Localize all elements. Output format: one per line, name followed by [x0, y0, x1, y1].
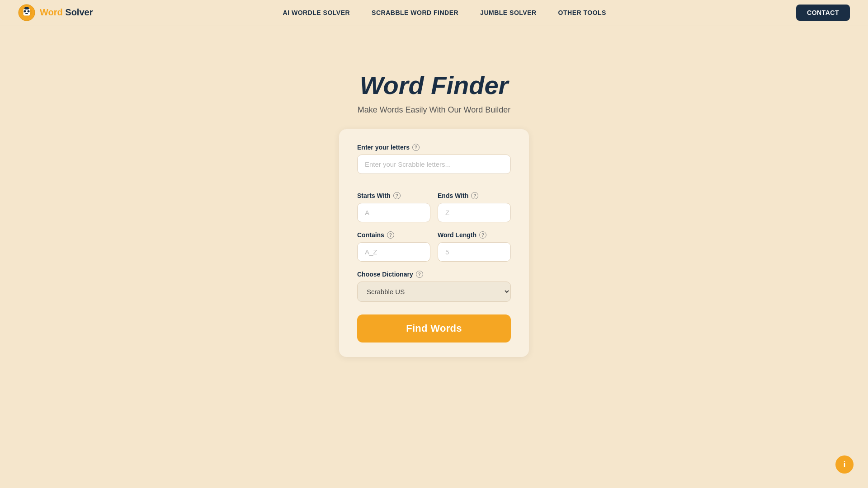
dictionary-help-icon[interactable]: ?: [416, 271, 423, 278]
contains-group: Contains ?: [357, 231, 430, 262]
nav-other-tools[interactable]: OTHER TOOLS: [558, 9, 606, 16]
logo[interactable]: Word Solver: [18, 4, 93, 21]
nav-scrabble-word-finder[interactable]: SCRABBLE WORD FINDER: [372, 9, 458, 16]
starts-with-group: Starts With ?: [357, 192, 430, 222]
svg-rect-5: [22, 10, 23, 14]
contains-input[interactable]: [357, 242, 430, 262]
info-icon: i: [843, 460, 845, 469]
letters-help-icon[interactable]: ?: [412, 144, 420, 151]
find-words-button[interactable]: Find Words: [357, 314, 511, 343]
ends-with-label: Ends With ?: [438, 192, 511, 199]
letters-label: Enter your letters ?: [357, 144, 511, 151]
starts-with-help-icon[interactable]: ?: [393, 192, 401, 199]
letters-input[interactable]: [357, 155, 511, 174]
word-finder-card: Enter your letters ? Starts With ? Ends …: [339, 129, 529, 357]
contains-length-row: Contains ? Word Length ?: [357, 231, 511, 262]
logo-text: Word Solver: [40, 7, 93, 18]
dictionary-field-group: Choose Dictionary ? Scrabble US Scrabble…: [357, 271, 511, 302]
ends-with-input[interactable]: [438, 203, 511, 222]
logo-icon: [18, 4, 35, 21]
word-length-input[interactable]: [438, 242, 511, 262]
svg-rect-6: [30, 10, 32, 14]
ends-with-group: Ends With ?: [438, 192, 511, 222]
dictionary-label: Choose Dictionary ?: [357, 271, 511, 278]
svg-point-2: [24, 10, 26, 12]
ends-with-help-icon[interactable]: ?: [471, 192, 478, 199]
svg-rect-7: [24, 7, 29, 9]
word-length-label: Word Length ?: [438, 231, 511, 239]
word-length-help-icon[interactable]: ?: [479, 231, 486, 239]
contact-button[interactable]: CONTACT: [796, 5, 850, 21]
nav-jumble-solver[interactable]: JUMBLE SOLVER: [480, 9, 536, 16]
page-subtitle: Make Words Easily With Our Word Builder: [358, 105, 510, 115]
starts-ends-row: Starts With ? Ends With ?: [357, 192, 511, 222]
page-title: Word Finder: [360, 70, 509, 100]
main-content: Word Finder Make Words Easily With Our W…: [0, 25, 868, 357]
svg-rect-4: [25, 13, 28, 14]
navbar: Word Solver AI WORDLE SOLVER SCRABBLE WO…: [0, 0, 868, 25]
contains-help-icon[interactable]: ?: [387, 231, 394, 239]
contains-label: Contains ?: [357, 231, 430, 239]
svg-point-3: [28, 10, 30, 12]
info-button[interactable]: i: [835, 455, 854, 474]
nav-links: AI WORDLE SOLVER SCRABBLE WORD FINDER JU…: [93, 9, 796, 16]
svg-rect-1: [23, 9, 30, 16]
word-length-group: Word Length ?: [438, 231, 511, 262]
starts-with-input[interactable]: [357, 203, 430, 222]
dictionary-select[interactable]: Scrabble US Scrabble UK Words With Frien…: [357, 282, 511, 302]
starts-with-label: Starts With ?: [357, 192, 430, 199]
letters-field-group: Enter your letters ?: [357, 144, 511, 183]
nav-ai-wordle-solver[interactable]: AI WORDLE SOLVER: [283, 9, 350, 16]
